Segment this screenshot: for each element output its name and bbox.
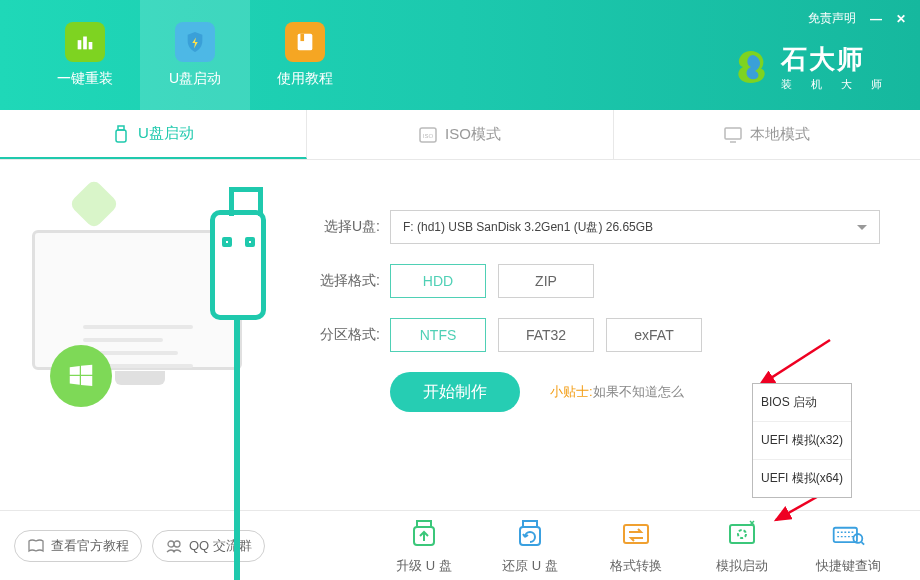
svg-rect-3 (298, 34, 313, 51)
action-restore[interactable]: 还原 U 盘 (482, 517, 578, 575)
keyboard-search-icon (831, 517, 865, 551)
footer: 查看官方教程 QQ 交流群 升级 U 盘 还原 U 盘 格式转换 (0, 510, 920, 580)
window-controls: 免责声明 — ✕ (808, 10, 906, 27)
iso-icon: ISO (419, 126, 437, 144)
disclaimer-link[interactable]: 免责声明 (808, 10, 856, 27)
format-hdd[interactable]: HDD (390, 264, 486, 298)
action-label: 快捷键查询 (816, 557, 881, 575)
group-icon (165, 537, 183, 555)
action-shortcut[interactable]: 快捷键查询 (800, 517, 896, 575)
book-icon (285, 22, 325, 62)
usb-cycle-icon (513, 517, 547, 551)
start-button[interactable]: 开始制作 (390, 372, 520, 412)
bar-chart-icon (65, 22, 105, 62)
brand-name: 石大师 (781, 42, 890, 77)
partition-exfat[interactable]: exFAT (606, 318, 702, 352)
disk-value: F: (hd1) USB SanDisk 3.2Gen1 (U盘) 26.65G… (403, 219, 653, 236)
svg-point-21 (738, 530, 746, 538)
convert-icon (619, 517, 653, 551)
svg-text:ISO: ISO (423, 133, 434, 139)
action-label: 模拟启动 (716, 557, 768, 575)
svg-rect-9 (725, 128, 741, 139)
qq-group-button[interactable]: QQ 交流群 (152, 530, 265, 562)
monitor-icon (724, 126, 742, 144)
popup-bios[interactable]: BIOS 启动 (753, 384, 851, 422)
brand-sub: 装 机 大 师 (781, 77, 890, 92)
svg-point-14 (174, 541, 180, 547)
svg-rect-1 (83, 37, 87, 50)
action-convert[interactable]: 格式转换 (588, 517, 684, 575)
svg-rect-6 (116, 130, 126, 142)
svg-rect-20 (730, 525, 754, 543)
official-tutorial-button[interactable]: 查看官方教程 (14, 530, 142, 562)
popup-uefi32[interactable]: UEFI 模拟(x32) (753, 422, 851, 460)
action-label: 升级 U 盘 (396, 557, 452, 575)
usb-up-icon (407, 517, 441, 551)
svg-rect-2 (89, 42, 93, 49)
mode-tabs: U盘启动 ISO ISO模式 本地模式 (0, 110, 920, 160)
pill-label: QQ 交流群 (189, 537, 252, 555)
mode-tab-iso[interactable]: ISO ISO模式 (307, 110, 614, 159)
boot-mode-popup: BIOS 启动 UEFI 模拟(x32) UEFI 模拟(x64) (752, 383, 852, 498)
disk-label: 选择U盘: (310, 218, 380, 236)
action-label: 格式转换 (610, 557, 662, 575)
nav-label: 使用教程 (277, 70, 333, 88)
partition-label: 分区格式: (310, 326, 380, 344)
mode-label: 本地模式 (750, 125, 810, 144)
nav-label: U盘启动 (169, 70, 221, 88)
partition-fat32[interactable]: FAT32 (498, 318, 594, 352)
nav-tab-tutorial[interactable]: 使用教程 (250, 0, 360, 110)
format-label: 选择格式: (310, 272, 380, 290)
mode-tab-usb[interactable]: U盘启动 (0, 110, 307, 159)
action-label: 还原 U 盘 (502, 557, 558, 575)
shield-bolt-icon (175, 22, 215, 62)
disk-select[interactable]: F: (hd1) USB SanDisk 3.2Gen1 (U盘) 26.65G… (390, 210, 880, 244)
popup-uefi64[interactable]: UEFI 模拟(x64) (753, 460, 851, 497)
format-zip[interactable]: ZIP (498, 264, 594, 298)
nav-tab-reinstall[interactable]: 一键重装 (30, 0, 140, 110)
brand-logo: 石大师 装 机 大 师 (731, 42, 890, 92)
tip-label: 小贴士: (550, 384, 593, 399)
header: 一键重装 U盘启动 使用教程 免责声明 — ✕ 石大师 装 机 大 师 (0, 0, 920, 110)
svg-point-13 (168, 541, 174, 547)
minimize-button[interactable]: — (870, 12, 882, 26)
mode-label: ISO模式 (445, 125, 501, 144)
svg-line-26 (861, 542, 864, 545)
action-simulate[interactable]: 模拟启动 (694, 517, 790, 575)
partition-ntfs[interactable]: NTFS (390, 318, 486, 352)
nav-label: 一键重装 (57, 70, 113, 88)
mode-tab-local[interactable]: 本地模式 (614, 110, 920, 159)
action-upgrade[interactable]: 升级 U 盘 (376, 517, 472, 575)
usb-icon (112, 125, 130, 143)
simulate-icon (725, 517, 759, 551)
svg-rect-19 (624, 525, 648, 543)
pill-label: 查看官方教程 (51, 537, 129, 555)
illustration (0, 160, 300, 510)
book-open-icon (27, 537, 45, 555)
nav-tabs: 一键重装 U盘启动 使用教程 (0, 0, 360, 110)
close-button[interactable]: ✕ (896, 12, 906, 26)
svg-rect-4 (300, 34, 304, 41)
mode-label: U盘启动 (138, 124, 194, 143)
windows-icon (50, 345, 112, 407)
svg-rect-0 (78, 40, 82, 49)
logo-icon (731, 47, 771, 87)
nav-tab-usb-boot[interactable]: U盘启动 (140, 0, 250, 110)
